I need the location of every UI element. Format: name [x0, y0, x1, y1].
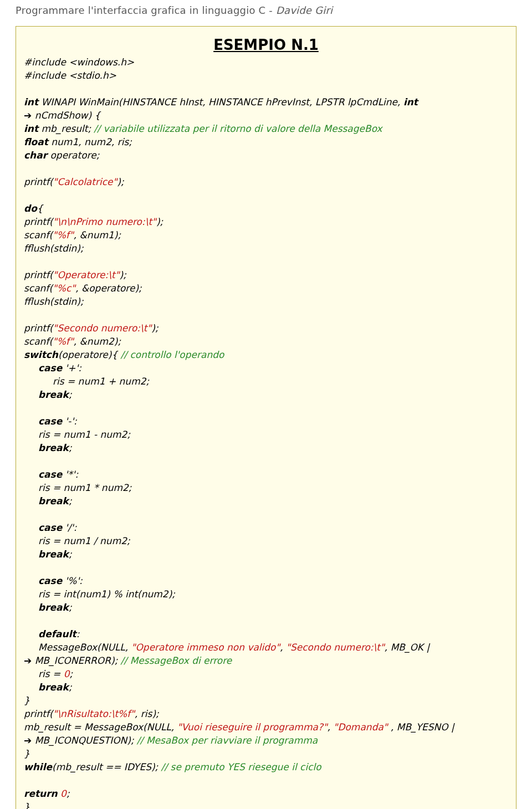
code-text: ); — [151, 322, 158, 334]
code-line: break; — [24, 601, 508, 614]
header-author: Davide Giri — [276, 4, 332, 16]
code-text: scanf( — [24, 229, 53, 240]
number: 0 — [60, 788, 66, 799]
code-text: '/': — [62, 522, 76, 533]
code-line: } — [24, 747, 508, 760]
code-text: ; — [69, 442, 72, 453]
code-text: '+': — [62, 362, 81, 373]
code-text: num1, num2, ris; — [48, 136, 132, 147]
code-line: ➔ MB_ICONERROR); // MessageBox di errore — [24, 654, 508, 667]
code-line: case '%': — [24, 574, 508, 587]
code-line: #include <windows.h> — [24, 55, 508, 69]
code-line: while(mb_result == IDYES); // se premuto… — [24, 760, 508, 774]
code-text: ); — [156, 216, 163, 227]
kw: default — [38, 628, 76, 639]
code-text: #include <windows.h> — [24, 57, 134, 68]
comment: // MessageBox di errore — [121, 655, 232, 666]
code-text: fflush(stdin); — [24, 296, 84, 307]
string: "%c" — [53, 283, 75, 294]
kw: break — [38, 495, 69, 506]
string: "\nRisultato:\t%f" — [53, 708, 135, 719]
kw: int — [24, 96, 38, 107]
code-line: scanf("%f", &num1); — [24, 228, 508, 242]
code-text: ); — [120, 269, 126, 280]
code-text: ; — [69, 549, 72, 560]
kw: break — [38, 682, 69, 693]
code-line: ris = num1 - num2; — [24, 428, 508, 441]
code-text: MB_ICONERROR); — [35, 655, 121, 666]
blank-line — [24, 774, 508, 787]
code-text: , — [328, 721, 334, 733]
code-line: mb_result = MessageBox(NULL, "Vuoi riese… — [24, 720, 508, 734]
code-line: break; — [24, 388, 508, 401]
code-line: printf("\n\nPrimo numero:\t"); — [24, 215, 508, 228]
code-line: scanf("%f", &num2); — [24, 335, 508, 348]
code-line: int WINAPI WinMain(HINSTANCE hInst, HINS… — [24, 95, 508, 109]
code-text: ris = int(num1) % int(num2); — [38, 588, 175, 600]
header-sep: - — [265, 4, 276, 16]
blank-line — [24, 188, 508, 202]
continuation-arrow-icon: ➔ — [24, 655, 35, 666]
code-text: } — [24, 801, 30, 809]
code-text: ; — [69, 602, 72, 613]
code-line: int mb_result; // variabile utilizzata p… — [24, 122, 508, 135]
code-line: case '/': — [24, 521, 508, 534]
code-line: MessageBox(NULL, "Operatore immeso non v… — [24, 641, 508, 654]
code-line: switch(operatore){ // controllo l'operan… — [24, 348, 508, 361]
code-line: #include <stdio.h> — [24, 69, 508, 82]
code-line: scanf("%c", &operatore); — [24, 281, 508, 295]
code-line: case '-': — [24, 414, 508, 428]
code-line: float num1, num2, ris; — [24, 135, 508, 149]
code-line: printf("\nRisultato:\t%f", ris); — [24, 707, 508, 720]
kw: case — [38, 416, 62, 427]
number: 0 — [64, 668, 70, 679]
blank-line — [24, 614, 508, 627]
code-line: break; — [24, 680, 508, 694]
blank-line — [24, 454, 508, 468]
code-text: , MB_YESNO | — [388, 721, 454, 733]
string: "Calcolatrice" — [53, 176, 117, 187]
code-text: operatore; — [47, 150, 99, 161]
code-line: ris = num1 + num2; — [24, 375, 508, 388]
string: "Vuoi rieseguire il programma?" — [177, 721, 328, 733]
blank-line — [24, 255, 508, 268]
code-text: WINAPI WinMain(HINSTANCE hInst, HINSTANC… — [38, 96, 403, 107]
string: "Operatore immeso non valido" — [131, 642, 280, 653]
kw: case — [38, 469, 62, 480]
code-text: ris = num1 / num2; — [38, 535, 130, 546]
kw: switch — [24, 349, 58, 360]
code-line: break; — [24, 494, 508, 508]
code-text: } — [24, 748, 30, 759]
code-line: ris = num1 * num2; — [24, 481, 508, 494]
code-line: break; — [24, 441, 508, 454]
code-line: ➔ MB_ICONQUESTION); // MesaBox per riavv… — [24, 734, 508, 747]
kw: break — [38, 549, 69, 560]
code-text: MB_ICONQUESTION); — [35, 735, 137, 746]
code-text: printf( — [24, 216, 53, 227]
header-title: Programmare l'interfaccia grafica in lin… — [16, 4, 265, 16]
kw: break — [38, 389, 69, 400]
code-line: default: — [24, 627, 508, 641]
code-line: ris = num1 / num2; — [24, 534, 508, 547]
code-text: , &operatore); — [75, 283, 142, 294]
string: "Domanda" — [334, 721, 388, 733]
code-text: ris = — [38, 668, 64, 679]
code-text: { — [37, 203, 43, 214]
page-header: Programmare l'interfaccia grafica in lin… — [16, 4, 516, 16]
code-text: , &num1); — [74, 229, 121, 240]
code-text: printf( — [24, 708, 53, 719]
code-text: printf( — [24, 176, 53, 187]
code-text: scanf( — [24, 336, 53, 347]
continuation-arrow-icon: ➔ — [24, 110, 35, 121]
code-example-box: ESEMPIO N.1 #include <windows.h> #includ… — [16, 26, 516, 809]
code-line: } — [24, 694, 508, 707]
code-text: (operatore){ — [58, 349, 121, 360]
code-line: ➔ nCmdShow) { — [24, 109, 508, 122]
string: "%f" — [53, 336, 74, 347]
code-line: ris = 0; — [24, 667, 508, 680]
code-line: return 0; — [24, 787, 508, 800]
code-line: fflush(stdin); — [24, 242, 508, 255]
code-text: printf( — [24, 322, 53, 334]
kw: return — [24, 788, 58, 799]
kw: int — [24, 123, 38, 134]
